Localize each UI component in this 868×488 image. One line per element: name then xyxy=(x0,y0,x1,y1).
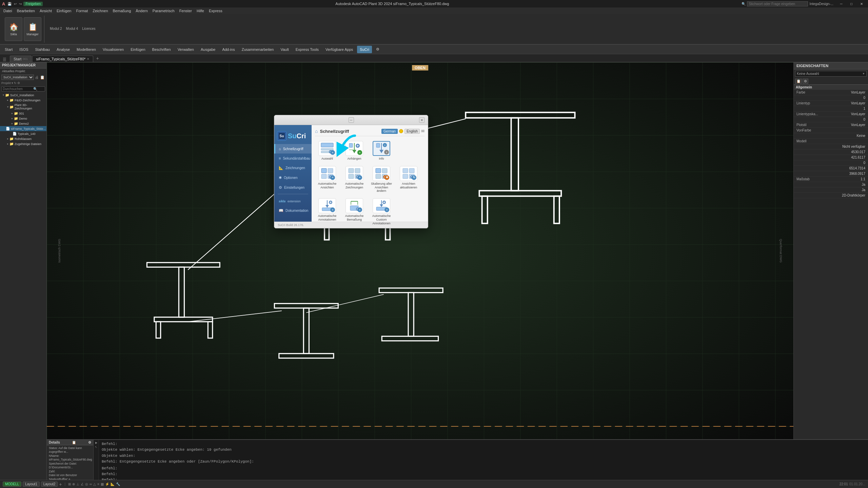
minimize-btn[interactable]: ─ xyxy=(836,0,846,7)
layout1-btn[interactable]: Layout1 xyxy=(23,482,40,487)
nav-sikla[interactable]: sikla extension xyxy=(274,197,312,206)
tree-item-siframo[interactable]: 📄 siFramo_Typicals_Stütz... xyxy=(0,126,46,131)
tree-item-typicals[interactable]: 📄 Typicals_140 xyxy=(0,131,46,136)
tree-item-rohrkl[interactable]: ▸ 📁 Rohrklassen xyxy=(0,136,46,141)
menu-bearbeiten[interactable]: Bearbeiten xyxy=(15,8,37,13)
site-button[interactable]: 🏠 Sikla xyxy=(5,17,22,41)
menu-parametrisch[interactable]: Parametrisch xyxy=(151,8,177,13)
nav-einstellungen[interactable]: ⚙ Einstellungen xyxy=(274,183,312,192)
grid-item-auto-annot[interactable]: + Automatische Annotationen xyxy=(315,197,339,226)
layout2-btn[interactable]: Layout2 xyxy=(41,482,58,487)
tree-item-sucri[interactable]: ▾ 📁 SuCri_Installation xyxy=(0,93,46,98)
dialog-minimize-btn[interactable]: ─ xyxy=(349,117,354,123)
grid-item-auswahl[interactable]: 🔍 + Auswahl xyxy=(315,140,339,162)
tab-bar-menu[interactable]: ☰ xyxy=(3,57,6,62)
tree-item-plant3d[interactable]: ▾ 📁 Plant 3D-Zeichnungen xyxy=(0,103,46,111)
tab-einfugen[interactable]: Einfügen xyxy=(128,46,148,53)
close-btn[interactable]: ✕ xyxy=(856,0,867,7)
draw-tab-start[interactable]: Start 001 xyxy=(10,56,32,62)
tab-addins[interactable]: Add-ins xyxy=(219,46,237,53)
proj-config[interactable]: ⚙ xyxy=(17,81,20,85)
tree-item-p&id[interactable]: ▸ 📁 P&ID-Zeichnungen xyxy=(0,98,46,103)
props-btn-2[interactable]: ⚙ xyxy=(803,79,808,84)
module-tab-4[interactable]: Modul 4 xyxy=(65,26,80,31)
properties-dropdown[interactable]: Keine Auswahl ▼ xyxy=(795,71,867,77)
tree-item-001[interactable]: ▸ 📁 001 xyxy=(0,111,46,116)
menu-format[interactable]: Format xyxy=(74,8,90,13)
grid-item-auto-zeichnungen[interactable]: + Automatische Zeichnungen xyxy=(342,165,367,194)
lang-german[interactable]: German xyxy=(381,129,398,134)
module-tab-licences[interactable]: Licences xyxy=(81,26,97,31)
ortho-icon[interactable]: ⊥ xyxy=(76,482,79,486)
model-btn[interactable]: MODELL xyxy=(3,482,21,487)
grid-item-auto-custom[interactable]: + Automatische Custom Annotationen xyxy=(369,197,394,226)
menu-andern[interactable]: Ändern xyxy=(134,8,150,13)
grid-item-auto-ansichten[interactable]: + Automatische Ansichten xyxy=(315,165,339,194)
menu-fenster[interactable]: Fenster xyxy=(177,8,194,13)
tab-express-tools[interactable]: Express Tools xyxy=(293,46,321,53)
menu-ansicht[interactable]: Ansicht xyxy=(38,8,54,13)
toolbar-icon-2[interactable]: ↩ xyxy=(13,2,17,6)
tab-modellieren[interactable]: Modellieren xyxy=(74,46,99,53)
props-btn-1[interactable]: 📋 xyxy=(795,79,802,84)
grid-item-anhangen[interactable]: + + Anhängen xyxy=(342,140,367,162)
tab-zusammenarbeiten[interactable]: Zusammenarbeiten xyxy=(239,46,277,53)
draw-tab-siframo[interactable]: siFramo_Typicals_StützeF80* ✕ xyxy=(32,56,93,62)
details-btn-2[interactable]: ⚙ xyxy=(88,441,91,444)
module-tab-2[interactable]: Modul 2 xyxy=(48,26,63,31)
project-search-input[interactable] xyxy=(3,87,33,91)
tab-verwalten[interactable]: Verwalten xyxy=(175,46,197,53)
tab-ausgabe[interactable]: Ausgabe xyxy=(198,46,218,53)
details-btn-1[interactable]: 📋 xyxy=(72,441,76,444)
tab-sucri[interactable]: SuCri xyxy=(357,46,372,53)
add-tab-btn[interactable]: + xyxy=(94,55,101,62)
draw-tab-close[interactable]: ✕ xyxy=(87,57,90,61)
nav-sekundarstahlbau[interactable]: ≡ Sekundärstahlbau xyxy=(274,154,312,163)
toolbar-icon-3[interactable]: ↪ xyxy=(18,2,22,6)
proj-btn-1[interactable]: 🖨 xyxy=(35,75,39,80)
tree-item-zugehorig[interactable]: ▸ 📁 Zugehörige Dateien xyxy=(0,141,46,146)
otrack-icon[interactable]: ∞ xyxy=(90,482,92,486)
menu-einfugen[interactable]: Einfügen xyxy=(55,8,73,13)
tab-stahlbau[interactable]: Stahlbau xyxy=(33,46,53,53)
global-search[interactable] xyxy=(747,1,808,6)
tab-isos[interactable]: ISOS xyxy=(17,46,31,53)
menu-express[interactable]: Express xyxy=(207,8,224,13)
snap-icon[interactable]: ⊕ xyxy=(72,482,75,486)
tree-item-demo[interactable]: ▸ 📁 Demo xyxy=(0,116,46,121)
tab-extra[interactable]: ⚙ xyxy=(373,46,382,53)
lang-email-icon[interactable]: ✉ xyxy=(421,129,425,134)
manager-button[interactable]: 📋 Manager xyxy=(24,17,41,41)
maximize-btn[interactable]: □ xyxy=(846,0,856,7)
polar-icon[interactable]: ∠ xyxy=(81,482,84,486)
am-icon[interactable]: 🔧 xyxy=(116,482,120,486)
viewport[interactable]: OBEN Isometrisch DWG Querformat DWG xyxy=(47,62,793,439)
menu-zeichnen[interactable]: Zeichnen xyxy=(91,8,110,13)
menu-datei[interactable]: Datei xyxy=(1,8,14,13)
menu-hilfe[interactable]: Hilfe xyxy=(195,8,206,13)
grid-icon[interactable]: ⊞ xyxy=(68,482,71,486)
tab-analyse[interactable]: Analyse xyxy=(54,46,73,53)
add-layout-btn[interactable]: + xyxy=(59,482,62,487)
lang-english[interactable]: English xyxy=(405,129,420,134)
dyn-icon[interactable]: △ xyxy=(93,482,96,486)
qp-icon[interactable]: ⚡ xyxy=(105,482,109,486)
tab-visualisieren[interactable]: Visualisieren xyxy=(100,46,126,53)
transparency-icon[interactable]: ▦ xyxy=(101,482,104,486)
nav-dokumentation[interactable]: 📖 Dokumentation xyxy=(274,206,312,216)
proj-btn-2[interactable]: 📋 xyxy=(40,75,45,80)
nav-optionen[interactable]: ✱ Optionen xyxy=(274,173,312,183)
proj-refresh[interactable]: ↻ xyxy=(14,81,17,85)
current-project-select[interactable]: SuCri_Installation xyxy=(1,75,34,80)
tree-item-demo2[interactable]: ▸ 📁 Demo2 xyxy=(0,121,46,126)
grid-item-auto-bem[interactable]: + Automatische Bemaßung xyxy=(342,197,367,226)
proj-expand[interactable]: ▾ xyxy=(12,81,13,85)
dialog-close-btn[interactable]: ✕ xyxy=(419,117,425,123)
nav-schnellzugriff[interactable]: ⌂ Schnellzugriff xyxy=(274,144,312,154)
grid-item-info[interactable]: i i Info xyxy=(369,140,394,162)
nav-zeichnungen[interactable]: 📐 Zeichnungen xyxy=(274,163,312,173)
grid-item-skalierung[interactable]: ✱ ✱ Skalierung aller Ansichten ändern xyxy=(369,165,394,194)
tab-beschriften[interactable]: Beschriften xyxy=(150,46,174,53)
menu-bemasung[interactable]: Bemaßung xyxy=(111,8,133,13)
tab-verfugbare[interactable]: Verfügbare Apps xyxy=(323,46,356,53)
